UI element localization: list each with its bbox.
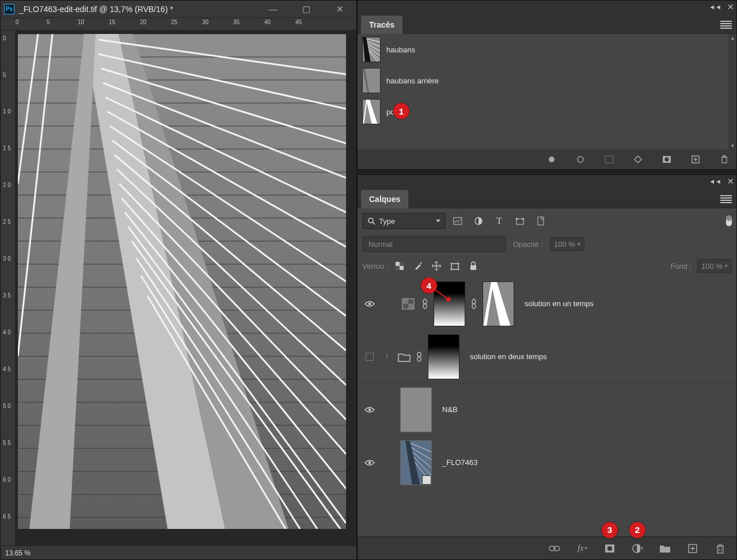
svg-point-91 (368, 302, 371, 305)
path-row[interactable]: haubans arrière (358, 65, 736, 96)
lock-position-icon[interactable] (431, 261, 442, 271)
selection-to-path-icon[interactable] (633, 154, 643, 165)
svg-rect-125 (717, 546, 723, 553)
ruler-tick: 5 5 (3, 440, 11, 445)
layer-visibility[interactable] (361, 353, 378, 361)
maximize-button[interactable]: ▢ (290, 1, 323, 18)
svg-marker-62 (635, 156, 641, 163)
svg-point-97 (423, 299, 427, 304)
eye-icon (364, 459, 375, 466)
link-icon[interactable] (421, 299, 429, 309)
lock-transparency-icon[interactable] (394, 261, 405, 271)
fill-label: Fond : (670, 262, 692, 271)
tab-paths[interactable]: Tracés (361, 16, 402, 34)
svg-rect-73 (454, 218, 462, 224)
panel-menu-icon[interactable] (720, 21, 732, 29)
filter-adjustment-icon[interactable] (473, 216, 484, 226)
layer-thumbnail[interactable] (400, 440, 432, 485)
path-name: haubans (386, 45, 415, 54)
titlebar: Ps _FLO7463-edit-edit.tif @ 13,7% (RVB/1… (1, 1, 356, 18)
layer-row[interactable]: _FLO7463 (358, 436, 736, 489)
layer-name[interactable]: N&B (442, 405, 458, 414)
panel-tabs: Tracés (358, 13, 736, 34)
canvas[interactable] (18, 34, 346, 529)
new-group-icon[interactable] (659, 543, 671, 554)
lock-artboard-icon[interactable] (450, 261, 460, 271)
svg-rect-94 (408, 299, 413, 304)
ruler-tick: 0 (3, 35, 6, 41)
opacity-value[interactable]: 100 %▾ (550, 237, 584, 251)
new-path-icon[interactable] (690, 154, 701, 165)
filter-type-icon[interactable]: T (494, 216, 504, 226)
ruler-tick: 20 (140, 19, 146, 25)
lock-pixels-icon[interactable] (413, 261, 423, 271)
panel-header: ◄◄ ✕ (358, 175, 736, 188)
layer-visibility[interactable] (361, 406, 378, 413)
layer-effects-icon[interactable]: fx▾ (576, 543, 588, 554)
svg-point-120 (607, 546, 612, 551)
canvas-area[interactable] (16, 31, 356, 546)
zoom-level[interactable]: 13.65 % (5, 549, 31, 557)
link-icon[interactable] (415, 352, 423, 362)
ruler-tick: 25 (171, 19, 177, 25)
layer-row[interactable]: solution en un temps 4 (358, 277, 736, 330)
new-layer-icon[interactable] (687, 543, 698, 554)
ruler-tick: 6 0 (3, 477, 11, 482)
lock-all-icon[interactable] (468, 261, 478, 271)
layer-mask-thumbnail[interactable] (428, 334, 459, 379)
path-name: haubans arrière (386, 77, 439, 85)
panel-menu-icon[interactable] (720, 195, 732, 203)
close-panel-icon[interactable]: ✕ (727, 2, 734, 12)
delete-layer-icon[interactable] (715, 543, 726, 554)
svg-rect-96 (408, 304, 413, 308)
fill-path-icon[interactable] (546, 154, 557, 165)
ruler-vertical[interactable]: 0 5 1 0 1 5 2 0 2 5 3 0 3 5 4 0 4 5 5 0 … (1, 31, 16, 546)
expand-group-icon[interactable]: 〉 (383, 352, 393, 361)
layer-filter-type[interactable]: Type (362, 213, 446, 229)
layer-thumbnail[interactable] (400, 387, 432, 432)
close-panel-icon[interactable]: ✕ (727, 177, 734, 186)
ruler-tick: 5 (47, 19, 50, 25)
layer-row[interactable]: 〉 solution en deux temps (358, 330, 736, 383)
vector-mask-thumbnail[interactable] (483, 281, 514, 326)
svg-rect-95 (403, 304, 408, 308)
svg-rect-127 (719, 544, 722, 546)
ruler-tick: 1 5 (3, 146, 11, 151)
scrollbar[interactable]: ▴ ▾ (728, 34, 736, 150)
layer-visibility[interactable] (361, 459, 378, 466)
minimize-button[interactable]: — (256, 1, 290, 18)
scroll-up-icon[interactable]: ▴ (730, 35, 735, 41)
layer-name[interactable]: solution en un temps (525, 299, 594, 308)
layer-visibility[interactable] (361, 300, 378, 307)
gradient-fill-icon (400, 296, 416, 312)
filter-pixel-icon[interactable] (453, 216, 463, 226)
link-icon[interactable] (470, 299, 478, 309)
close-button[interactable]: ✕ (323, 1, 356, 18)
collapse-icon[interactable]: ◄◄ (709, 3, 721, 10)
opacity-label: Opacité : (513, 240, 543, 249)
add-mask-icon[interactable] (662, 154, 672, 165)
scroll-down-icon[interactable]: ▾ (730, 143, 735, 148)
filter-toggle[interactable] (726, 216, 732, 226)
stroke-path-icon[interactable] (575, 154, 586, 165)
path-to-selection-icon[interactable] (604, 154, 614, 165)
path-row[interactable]: haubans (358, 34, 736, 65)
layer-row[interactable]: N&B (358, 383, 736, 436)
ruler-horizontal[interactable]: 0 5 10 15 20 25 30 35 40 45 (1, 18, 356, 31)
delete-path-icon[interactable] (719, 154, 730, 165)
tab-layers[interactable]: Calques (361, 190, 408, 208)
filter-shape-icon[interactable] (515, 216, 525, 226)
link-layers-icon[interactable] (549, 543, 560, 554)
path-row[interactable]: pont 1 (358, 96, 736, 127)
ruler-tick: 35 (233, 19, 240, 25)
layer-name[interactable]: _FLO7463 (442, 458, 477, 467)
fill-value[interactable]: 100 %▾ (697, 259, 732, 273)
layer-name[interactable]: solution en deux temps (470, 352, 547, 361)
panel-header: ◄◄ ✕ (358, 1, 736, 13)
blend-mode-select[interactable]: Normal (362, 236, 506, 252)
ruler-tick: 4 5 (3, 367, 11, 372)
filter-smart-icon[interactable] (535, 216, 546, 226)
add-mask-icon[interactable]: 3 (604, 543, 616, 554)
new-adjustment-layer-icon[interactable]: ▾ 2 (632, 543, 643, 554)
collapse-icon[interactable]: ◄◄ (709, 178, 721, 185)
